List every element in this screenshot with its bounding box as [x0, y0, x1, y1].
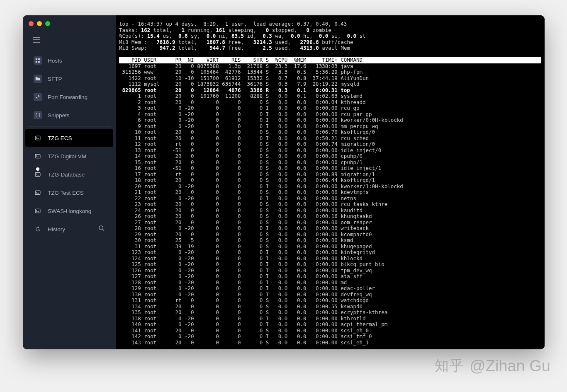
notification-dot-icon — [36, 167, 39, 171]
svg-rect-3 — [38, 61, 40, 63]
maximize-icon[interactable] — [45, 21, 50, 26]
sidebar-history-row[interactable]: History — [25, 220, 113, 238]
sidebar-item-tzg-database[interactable]: TZG-Database — [25, 166, 113, 183]
svg-rect-0 — [36, 58, 37, 60]
sidebar-item-snippets[interactable]: Snippets — [25, 106, 113, 124]
braces-icon — [34, 111, 42, 119]
hamburger-icon[interactable] — [33, 37, 116, 44]
sidebar-item-swas-hongkong[interactable]: SWAS-Hongkong — [25, 202, 113, 220]
svg-rect-5 — [35, 154, 40, 158]
history-icon — [34, 225, 42, 233]
watermark-author: @Zihan Gu — [470, 357, 550, 375]
app-window: HostsSFTPPort ForwardingSnippetsTZG ECST… — [23, 15, 545, 349]
term-icon — [34, 134, 42, 142]
sidebar-item-label: TZG ECS — [48, 135, 72, 141]
svg-rect-8 — [35, 209, 40, 213]
history-label: History — [48, 226, 65, 232]
minimize-icon[interactable] — [37, 21, 42, 26]
traffic-lights — [29, 21, 50, 26]
svg-rect-2 — [36, 61, 37, 63]
term-icon — [34, 189, 42, 197]
sidebar-item-hosts[interactable]: Hosts — [25, 52, 113, 69]
sidebar-item-label: SFTP — [48, 76, 62, 82]
term-icon — [34, 170, 42, 179]
grid-icon — [34, 56, 42, 65]
sidebar-item-label: TZG Test ECS — [48, 190, 84, 196]
sidebar-item-label: TZG-Database — [48, 172, 85, 178]
sidebar-item-label: Port Forwarding — [48, 94, 88, 100]
sidebar-item-label: SWAS-Hongkong — [48, 208, 91, 214]
svg-rect-6 — [35, 172, 40, 176]
sidebar-item-tzg-ecs[interactable]: TZG ECS — [25, 129, 113, 147]
svg-rect-7 — [35, 191, 40, 194]
sidebar: HostsSFTPPort ForwardingSnippetsTZG ECST… — [23, 15, 116, 349]
term-icon — [34, 152, 42, 160]
sidebar-item-tzg-digital-vm[interactable]: TZG Digital-VM — [25, 148, 113, 165]
term-icon — [34, 207, 42, 215]
sidebar-item-tzg-test-ecs[interactable]: TZG Test ECS — [25, 184, 113, 201]
svg-rect-1 — [38, 58, 40, 60]
sidebar-item-port-forwarding[interactable]: Port Forwarding — [25, 88, 113, 106]
sidebar-item-label: TZG Digital-VM — [48, 153, 86, 160]
sidebar-item-label: Hosts — [48, 58, 62, 64]
terminal-output[interactable]: top - 16:43:37 up 4 days, 8:29, 1 user, … — [116, 15, 545, 349]
sidebar-item-sftp[interactable]: SFTP — [25, 70, 113, 87]
svg-rect-4 — [35, 136, 40, 140]
watermark-logo: 知乎 — [435, 356, 465, 375]
close-icon[interactable] — [29, 21, 34, 26]
search-icon[interactable] — [98, 225, 105, 233]
arrows-icon — [34, 93, 42, 101]
watermark: 知乎 @Zihan Gu — [435, 356, 550, 375]
sidebar-item-label: Snippets — [48, 112, 70, 119]
folder-icon — [34, 75, 42, 83]
